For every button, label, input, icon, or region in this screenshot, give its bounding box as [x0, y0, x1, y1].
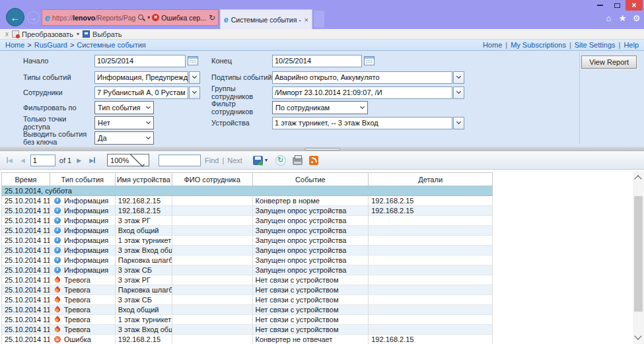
close-icon: ×: [631, 1, 636, 10]
group-header-row: 25.10.2014, суббота: [1, 186, 493, 196]
cell-time: 25.10.2014 11:58: [2, 246, 50, 256]
data-feed-button[interactable]: [309, 156, 318, 165]
forward-button[interactable]: →: [27, 11, 40, 24]
cell-event: Запущен опрос устройства: [253, 216, 369, 226]
refresh-report-icon: ↻: [275, 155, 286, 166]
convert-dropdown-icon[interactable]: ▾: [77, 31, 79, 37]
refresh-report-button[interactable]: ↻: [275, 155, 286, 166]
link-site-settings[interactable]: Site Settings: [575, 41, 616, 49]
new-tab-button[interactable]: [314, 11, 324, 28]
home-icon[interactable]: ⌂: [604, 13, 614, 23]
splitter-grip-icon: [304, 148, 340, 151]
event-subtypes-dropdown-button[interactable]: [453, 71, 464, 84]
cell-employee: [172, 226, 253, 236]
export-button[interactable]: ▾: [253, 156, 268, 165]
breadcrumb-bar: Home>RusGuard>Системные события Home|My …: [0, 40, 644, 51]
find-next-link[interactable]: Next: [227, 156, 242, 164]
cell-device-name: 3 этаж Вход общий: [116, 325, 172, 335]
restore-button[interactable]: [608, 0, 626, 11]
browser-tab[interactable]: e Системные события - Rep... ×: [220, 9, 312, 29]
cell-time: 25.10.2014 11:58: [2, 236, 50, 246]
event-types-dropdown-button[interactable]: [189, 71, 200, 84]
page-number-input[interactable]: [30, 155, 55, 166]
devices-dropdown-button[interactable]: [453, 117, 464, 129]
devices-input[interactable]: 1 этаж турникет, -- 3 этаж Вход: [272, 117, 452, 129]
minimize-button[interactable]: [591, 0, 608, 11]
addon-toolbar: x Преобразовать ▾ Выбрать: [0, 29, 644, 40]
search-icon[interactable]: [137, 14, 145, 22]
scroll-up-icon[interactable]: [634, 175, 641, 182]
event-type-icon: [54, 217, 61, 224]
calendar-icon[interactable]: [188, 56, 198, 65]
start-date-input[interactable]: 10/25/2014: [94, 55, 186, 67]
employees-dropdown-button[interactable]: [189, 86, 200, 99]
cell-event-type: Информация: [50, 226, 116, 236]
cell-details: [369, 305, 493, 315]
cell-details: [369, 275, 493, 285]
end-date-input[interactable]: 10/25/2014: [272, 55, 362, 67]
certificate-error-button[interactable]: Ошибка сер...: [152, 14, 206, 22]
previous-page-icon: ◀: [20, 157, 25, 164]
cell-event-type: Информация: [50, 206, 116, 216]
zoom-select[interactable]: 100%: [107, 154, 149, 166]
url-dropdown-icon[interactable]: ▾: [147, 15, 150, 20]
cell-details: [369, 315, 493, 325]
cell-event-type: Информация: [50, 256, 116, 265]
link-help[interactable]: Help: [624, 41, 639, 49]
panel-splitter[interactable]: [0, 147, 644, 151]
favorites-star-icon[interactable]: ★: [618, 13, 627, 23]
breadcrumb-home[interactable]: Home: [5, 41, 24, 49]
employee-filter-label: Фильтр сотрудников: [211, 100, 272, 116]
cell-time: 25.10.2014 11:59: [2, 335, 50, 344]
address-bar[interactable]: e https://lenovo/Reports/Pages/Rep ▾ Оши…: [42, 9, 219, 26]
employee-filter-select[interactable]: По сотрудникам: [272, 101, 368, 114]
event-subtypes-input[interactable]: Аварийно открыто, Аккумулято: [272, 71, 452, 84]
tab-close-icon[interactable]: ×: [304, 16, 308, 24]
scrollbar-thumb[interactable]: [634, 196, 643, 312]
export-dropdown-icon[interactable]: ▾: [265, 157, 268, 163]
filter-by-select[interactable]: Тип события: [94, 101, 154, 114]
last-page-button[interactable]: ▶: [89, 157, 95, 164]
access-points-only-select[interactable]: Нет: [94, 116, 154, 129]
url-scheme: https://: [52, 14, 73, 22]
event-row: 25.10.2014 11:58 Информация 3 этаж РГ За…: [1, 216, 493, 226]
select-button[interactable]: Выбрать: [83, 30, 122, 38]
breadcrumb-current[interactable]: Системные события: [77, 41, 145, 49]
view-report-button[interactable]: View Report: [581, 55, 637, 69]
events-without-key-label: Выводить события без ключа: [23, 130, 94, 146]
cell-employee: [172, 206, 253, 216]
convert-button[interactable]: Преобразовать: [12, 30, 73, 38]
printer-icon: [293, 157, 303, 165]
cell-details: [369, 295, 493, 305]
breadcrumb-rusguard[interactable]: RusGuard: [34, 41, 67, 49]
addon-toolbar-close-button[interactable]: x: [5, 30, 9, 38]
print-button[interactable]: [293, 156, 303, 165]
close-button[interactable]: ×: [626, 0, 643, 11]
vertical-scrollbar[interactable]: [633, 171, 644, 344]
previous-page-button[interactable]: ◀: [20, 157, 25, 164]
calendar-icon[interactable]: [364, 56, 375, 65]
link-home[interactable]: Home: [483, 41, 502, 49]
link-my-subscriptions[interactable]: My Subscriptions: [511, 41, 566, 49]
events-without-key-select[interactable]: Да: [94, 131, 154, 145]
next-page-button[interactable]: ▶: [77, 157, 81, 164]
select-label: Выбрать: [92, 30, 122, 38]
first-page-button[interactable]: ◀: [7, 157, 13, 164]
minimize-icon: [597, 5, 603, 6]
find-link[interactable]: Find: [205, 156, 219, 164]
cell-device-name: Парковка шлагбаум: [116, 285, 172, 295]
panel-divider: [579, 53, 580, 145]
refresh-icon[interactable]: ↻: [209, 13, 215, 22]
settings-gear-icon[interactable]: ⚙: [631, 13, 641, 23]
breadcrumb-separator: >: [27, 41, 31, 49]
back-button[interactable]: ←: [6, 8, 24, 26]
event-types-input[interactable]: Информация, Предупреждение: [94, 71, 188, 84]
event-type-icon: [54, 237, 61, 244]
find-input[interactable]: [159, 155, 201, 166]
cell-employee: [172, 335, 253, 344]
employee-groups-dropdown-button[interactable]: [453, 86, 464, 99]
scroll-down-icon[interactable]: [634, 332, 641, 339]
employee-groups-input[interactable]: /Импорт 23.10.2014 21:09:07, /И: [272, 86, 452, 99]
forward-icon: →: [30, 14, 37, 22]
employees-input[interactable]: 7 Рубанистый А, 0 Рустам 0, 6,5: [94, 86, 188, 99]
